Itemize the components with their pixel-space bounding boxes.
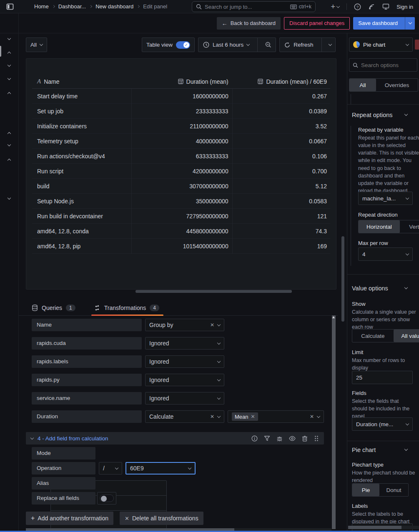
- transformation-4-header[interactable]: 4 - Add field from calculation: [26, 432, 324, 445]
- global-search[interactable]: ctrl+k: [192, 1, 316, 12]
- table-row[interactable]: Setup Node.js35000000000.0583: [32, 194, 330, 209]
- collapse-icon[interactable]: [30, 436, 34, 439]
- direction-vertical-option[interactable]: Vertical: [400, 220, 419, 233]
- operand-right-select[interactable]: 60E9: [125, 462, 196, 475]
- column-header-duration-ratio[interactable]: Duration (mean) / 60E9: [232, 78, 330, 85]
- calculations-multiselect[interactable]: Mean ✕✕: [228, 410, 324, 423]
- field-operation-select[interactable]: Ignored: [145, 337, 224, 350]
- add-new-button[interactable]: +: [331, 3, 339, 10]
- rail-chevron-down-icon[interactable]: [8, 63, 11, 67]
- show-calculate-option[interactable]: Calculate: [352, 330, 394, 342]
- scope-overrides-option[interactable]: Overrides: [376, 79, 418, 91]
- sign-in-link[interactable]: Sign in: [396, 4, 413, 10]
- drag-handle-icon[interactable]: [314, 435, 319, 442]
- dock-menu-icon[interactable]: [6, 3, 15, 10]
- save-dashboard-button[interactable]: Save dashboard: [353, 17, 415, 30]
- options-search[interactable]: [349, 58, 417, 72]
- edit-pane-scrollbar[interactable]: [341, 236, 344, 322]
- back-to-dashboard-button[interactable]: ← Back to dashboard: [217, 17, 281, 30]
- filter-icon[interactable]: [264, 435, 270, 442]
- field-operation-select[interactable]: Ignored: [145, 374, 224, 386]
- clear-icon[interactable]: ✕: [210, 322, 214, 328]
- fields-select[interactable]: Duration (me...: [352, 417, 413, 431]
- max-per-row-select[interactable]: 4: [358, 247, 413, 261]
- tab-transformations[interactable]: Transformations 4: [94, 301, 159, 315]
- clear-icon[interactable]: ✕: [210, 414, 214, 420]
- field-operation-select[interactable]: Calculate✕: [145, 410, 224, 423]
- save-dashboard-menu-button[interactable]: [405, 17, 415, 30]
- type-pie-option[interactable]: Pie: [352, 484, 379, 496]
- search-input[interactable]: [205, 4, 287, 10]
- limit-input[interactable]: [352, 371, 413, 384]
- trash-icon[interactable]: [302, 435, 308, 442]
- info-icon[interactable]: [251, 435, 258, 442]
- clear-icon[interactable]: ✕: [310, 414, 314, 420]
- rail-chevron-up-icon[interactable]: [8, 132, 11, 135]
- rss-icon: [368, 3, 375, 10]
- rail-chevron-up-icon[interactable]: [8, 52, 11, 55]
- options-search-input[interactable]: [361, 62, 414, 68]
- table-row[interactable]: amd64, 12.8, conda445800000000074.3: [32, 224, 330, 239]
- chevron-down-icon[interactable]: [404, 447, 408, 451]
- discard-panel-changes-button[interactable]: Discard panel changes: [284, 17, 350, 30]
- database-icon: [32, 305, 38, 311]
- replace-all-fields-toggle[interactable]: [97, 492, 116, 505]
- chevron-down-icon[interactable]: [404, 112, 408, 116]
- debug-icon[interactable]: [276, 435, 283, 442]
- operator-select[interactable]: /: [99, 462, 122, 475]
- table-horizontal-scrollbar[interactable]: [135, 290, 292, 293]
- field-operation-select[interactable]: Group by✕: [145, 319, 224, 331]
- scope-all-option[interactable]: All: [349, 79, 376, 91]
- table-row[interactable]: build3070000000005.12: [32, 179, 330, 194]
- time-range-button[interactable]: Last 6 hours: [198, 42, 254, 48]
- refresh-interval-button[interactable]: [325, 38, 335, 52]
- eye-icon[interactable]: [289, 436, 296, 441]
- table-row[interactable]: Run build in devcontainer727950000000012…: [32, 209, 330, 224]
- column-header-duration-mean[interactable]: Duration (mean): [131, 78, 231, 85]
- refresh-button[interactable]: Refresh: [280, 42, 318, 48]
- breadcrumb-dashboards[interactable]: Dashboar...: [58, 3, 86, 10]
- calculation-chip[interactable]: Mean ✕: [232, 412, 258, 421]
- rail-chevron-up-icon[interactable]: [8, 92, 11, 95]
- chevron-down-icon: [217, 341, 221, 344]
- clear-icon[interactable]: ✕: [251, 414, 255, 420]
- screen-share-button[interactable]: [382, 3, 389, 10]
- repeat-variable-select[interactable]: machine_la...: [358, 192, 413, 205]
- rail-chevron-down-icon[interactable]: [8, 77, 11, 80]
- rail-chevron-down-icon[interactable]: [8, 143, 11, 146]
- column-divider: [232, 89, 233, 254]
- table-view-toggle[interactable]: ✓: [176, 41, 190, 49]
- chevron-down-icon[interactable]: [404, 286, 408, 289]
- help-button[interactable]: ?: [354, 3, 361, 10]
- breadcrumb-new-dashboard[interactable]: New dashboard: [95, 3, 133, 10]
- table-row[interactable]: Initialize containers2110000000003.52: [32, 119, 330, 134]
- delete-all-transformations-button[interactable]: ✕ Delete all transformations: [120, 512, 203, 525]
- table-row[interactable]: Run actions/checkout@v463333333330.106: [32, 149, 330, 164]
- table-row[interactable]: Start delay time160000000000.267: [32, 89, 330, 104]
- section-value-options[interactable]: Value options: [352, 285, 388, 292]
- field-operation-select[interactable]: Ignored: [145, 355, 224, 368]
- show-all-values-option[interactable]: All values: [394, 330, 419, 342]
- table-row[interactable]: Run script420000000000.700: [32, 164, 330, 179]
- add-transformation-button[interactable]: + Add another transformation: [26, 512, 113, 525]
- zoom-out-time-button[interactable]: [261, 38, 276, 52]
- column-header-name[interactable]: A Name: [32, 78, 131, 85]
- table-row[interactable]: Set up job23333333330.0389: [32, 104, 330, 119]
- news-button[interactable]: [368, 3, 375, 10]
- tab-queries[interactable]: Queries 1: [32, 301, 75, 315]
- type-donut-option[interactable]: Donut: [379, 484, 408, 496]
- rail-chevron-up-icon[interactable]: [8, 159, 11, 162]
- table-row[interactable]: Telemetry setup40000000000.0667: [32, 134, 330, 149]
- visualization-picker[interactable]: Pie chart: [349, 37, 413, 52]
- field-operation-select[interactable]: Ignored: [145, 392, 224, 405]
- rail-chevron-down-icon[interactable]: [8, 37, 11, 40]
- section-pie-chart[interactable]: Pie chart: [352, 447, 376, 453]
- section-repeat-options[interactable]: Repeat options: [352, 112, 393, 118]
- table-row[interactable]: amd64, 12.8, pip10154000000000169: [32, 239, 330, 254]
- breadcrumb-home[interactable]: Home: [34, 3, 49, 10]
- template-variable-dropdown[interactable]: All: [26, 37, 47, 52]
- rail-chevron-down-icon[interactable]: [8, 196, 11, 200]
- options-horizontal-scrollbar[interactable]: [348, 526, 419, 529]
- transformations-vertical-scrollbar[interactable]: [332, 315, 336, 529]
- direction-horizontal-option[interactable]: Horizontal: [359, 220, 400, 233]
